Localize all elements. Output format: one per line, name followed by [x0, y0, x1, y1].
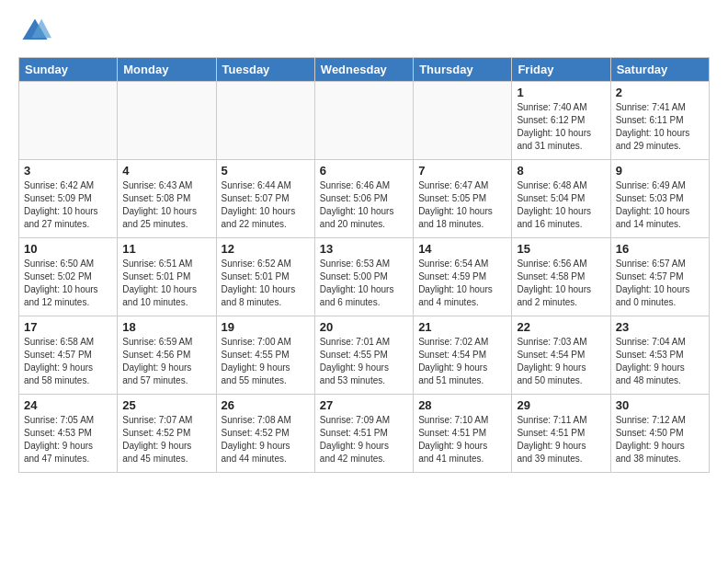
day-number: 13	[320, 242, 408, 256]
day-cell: 4Sunrise: 6:43 AM Sunset: 5:08 PM Daylig…	[118, 160, 216, 238]
day-info: Sunrise: 6:54 AM Sunset: 4:59 PM Dayligh…	[418, 258, 506, 309]
day-info: Sunrise: 7:05 AM Sunset: 4:53 PM Dayligh…	[24, 414, 112, 465]
day-cell	[216, 82, 314, 160]
day-cell: 23Sunrise: 7:04 AM Sunset: 4:53 PM Dayli…	[610, 316, 709, 395]
day-info: Sunrise: 6:59 AM Sunset: 4:56 PM Dayligh…	[122, 336, 210, 387]
day-info: Sunrise: 7:08 AM Sunset: 4:52 PM Dayligh…	[222, 414, 310, 465]
day-info: Sunrise: 6:49 AM Sunset: 5:03 PM Dayligh…	[616, 179, 704, 231]
day-cell: 5Sunrise: 6:44 AM Sunset: 5:07 PM Daylig…	[216, 160, 314, 238]
day-number: 30	[616, 398, 704, 412]
day-number: 15	[517, 242, 605, 256]
day-info: Sunrise: 7:00 AM Sunset: 4:55 PM Dayligh…	[222, 336, 310, 387]
day-info: Sunrise: 6:46 AM Sunset: 5:06 PM Dayligh…	[320, 179, 408, 231]
week-row-5: 24Sunrise: 7:05 AM Sunset: 4:53 PM Dayli…	[19, 395, 710, 473]
day-cell: 25Sunrise: 7:07 AM Sunset: 4:52 PM Dayli…	[118, 395, 216, 473]
day-number: 6	[320, 164, 408, 178]
header	[18, 15, 710, 48]
day-info: Sunrise: 7:12 AM Sunset: 4:50 PM Dayligh…	[616, 414, 704, 465]
day-cell: 21Sunrise: 7:02 AM Sunset: 4:54 PM Dayli…	[414, 316, 512, 395]
weekday-header-saturday: Saturday	[610, 58, 709, 82]
day-info: Sunrise: 7:09 AM Sunset: 4:51 PM Dayligh…	[320, 414, 408, 465]
day-info: Sunrise: 7:11 AM Sunset: 4:51 PM Dayligh…	[517, 414, 605, 465]
day-cell: 27Sunrise: 7:09 AM Sunset: 4:51 PM Dayli…	[314, 395, 413, 473]
day-cell	[414, 82, 512, 160]
day-info: Sunrise: 6:53 AM Sunset: 5:00 PM Dayligh…	[320, 258, 408, 309]
logo-icon	[18, 15, 51, 48]
day-cell: 2Sunrise: 7:41 AM Sunset: 6:11 PM Daylig…	[610, 82, 709, 160]
day-number: 10	[24, 242, 112, 256]
day-number: 8	[517, 164, 605, 178]
day-cell: 6Sunrise: 6:46 AM Sunset: 5:06 PM Daylig…	[314, 160, 413, 238]
day-info: Sunrise: 7:07 AM Sunset: 4:52 PM Dayligh…	[122, 414, 210, 465]
day-info: Sunrise: 7:01 AM Sunset: 4:55 PM Dayligh…	[320, 336, 408, 387]
day-number: 12	[222, 242, 310, 256]
day-cell	[314, 82, 413, 160]
day-number: 4	[122, 164, 210, 178]
day-cell: 16Sunrise: 6:57 AM Sunset: 4:57 PM Dayli…	[610, 238, 709, 316]
weekday-header-row: SundayMondayTuesdayWednesdayThursdayFrid…	[19, 58, 710, 82]
day-info: Sunrise: 6:42 AM Sunset: 5:09 PM Dayligh…	[24, 179, 112, 231]
day-number: 17	[24, 320, 112, 334]
day-cell: 13Sunrise: 6:53 AM Sunset: 5:00 PM Dayli…	[314, 238, 413, 316]
day-cell: 14Sunrise: 6:54 AM Sunset: 4:59 PM Dayli…	[414, 238, 512, 316]
week-row-2: 3Sunrise: 6:42 AM Sunset: 5:09 PM Daylig…	[19, 160, 710, 238]
day-cell: 20Sunrise: 7:01 AM Sunset: 4:55 PM Dayli…	[314, 316, 413, 395]
week-row-3: 10Sunrise: 6:50 AM Sunset: 5:02 PM Dayli…	[19, 238, 710, 316]
day-number: 14	[418, 242, 506, 256]
day-number: 9	[616, 164, 704, 178]
day-info: Sunrise: 6:43 AM Sunset: 5:08 PM Dayligh…	[122, 179, 210, 231]
day-number: 20	[320, 320, 408, 334]
day-number: 27	[320, 398, 408, 412]
day-cell: 3Sunrise: 6:42 AM Sunset: 5:09 PM Daylig…	[19, 160, 118, 238]
logo	[18, 15, 55, 48]
day-info: Sunrise: 6:57 AM Sunset: 4:57 PM Dayligh…	[616, 258, 704, 309]
day-cell: 7Sunrise: 6:47 AM Sunset: 5:05 PM Daylig…	[414, 160, 512, 238]
day-number: 2	[616, 86, 704, 99]
day-number: 29	[517, 398, 605, 412]
day-cell: 9Sunrise: 6:49 AM Sunset: 5:03 PM Daylig…	[610, 160, 709, 238]
day-info: Sunrise: 6:51 AM Sunset: 5:01 PM Dayligh…	[122, 258, 210, 309]
day-number: 1	[517, 86, 605, 99]
day-number: 16	[616, 242, 704, 256]
day-info: Sunrise: 6:56 AM Sunset: 4:58 PM Dayligh…	[517, 258, 605, 309]
weekday-header-monday: Monday	[118, 58, 216, 82]
day-number: 5	[222, 164, 310, 178]
day-cell	[19, 82, 118, 160]
week-row-1: 1Sunrise: 7:40 AM Sunset: 6:12 PM Daylig…	[19, 82, 710, 160]
day-info: Sunrise: 7:10 AM Sunset: 4:51 PM Dayligh…	[418, 414, 506, 465]
day-cell: 24Sunrise: 7:05 AM Sunset: 4:53 PM Dayli…	[19, 395, 118, 473]
day-cell: 29Sunrise: 7:11 AM Sunset: 4:51 PM Dayli…	[512, 395, 610, 473]
day-info: Sunrise: 6:47 AM Sunset: 5:05 PM Dayligh…	[418, 179, 506, 231]
weekday-header-wednesday: Wednesday	[314, 58, 413, 82]
day-number: 11	[122, 242, 210, 256]
weekday-header-tuesday: Tuesday	[216, 58, 314, 82]
day-number: 3	[24, 164, 112, 178]
day-cell: 10Sunrise: 6:50 AM Sunset: 5:02 PM Dayli…	[19, 238, 118, 316]
day-number: 28	[418, 398, 506, 412]
day-cell: 26Sunrise: 7:08 AM Sunset: 4:52 PM Dayli…	[216, 395, 314, 473]
day-cell: 17Sunrise: 6:58 AM Sunset: 4:57 PM Dayli…	[19, 316, 118, 395]
day-number: 7	[418, 164, 506, 178]
day-info: Sunrise: 7:03 AM Sunset: 4:54 PM Dayligh…	[517, 336, 605, 387]
day-info: Sunrise: 7:02 AM Sunset: 4:54 PM Dayligh…	[418, 336, 506, 387]
day-cell: 18Sunrise: 6:59 AM Sunset: 4:56 PM Dayli…	[118, 316, 216, 395]
day-cell: 22Sunrise: 7:03 AM Sunset: 4:54 PM Dayli…	[512, 316, 610, 395]
day-info: Sunrise: 6:44 AM Sunset: 5:07 PM Dayligh…	[222, 179, 310, 231]
day-number: 23	[616, 320, 704, 334]
day-info: Sunrise: 6:58 AM Sunset: 4:57 PM Dayligh…	[24, 336, 112, 387]
day-cell: 8Sunrise: 6:48 AM Sunset: 5:04 PM Daylig…	[512, 160, 610, 238]
day-cell: 15Sunrise: 6:56 AM Sunset: 4:58 PM Dayli…	[512, 238, 610, 316]
day-number: 24	[24, 398, 112, 412]
day-cell	[118, 82, 216, 160]
day-number: 18	[122, 320, 210, 334]
weekday-header-friday: Friday	[512, 58, 610, 82]
day-number: 21	[418, 320, 506, 334]
day-info: Sunrise: 6:52 AM Sunset: 5:01 PM Dayligh…	[222, 258, 310, 309]
day-info: Sunrise: 7:41 AM Sunset: 6:11 PM Dayligh…	[616, 101, 704, 153]
day-number: 22	[517, 320, 605, 334]
day-info: Sunrise: 7:04 AM Sunset: 4:53 PM Dayligh…	[616, 336, 704, 387]
day-number: 19	[222, 320, 310, 334]
day-cell: 30Sunrise: 7:12 AM Sunset: 4:50 PM Dayli…	[610, 395, 709, 473]
day-number: 25	[122, 398, 210, 412]
weekday-header-sunday: Sunday	[19, 58, 118, 82]
